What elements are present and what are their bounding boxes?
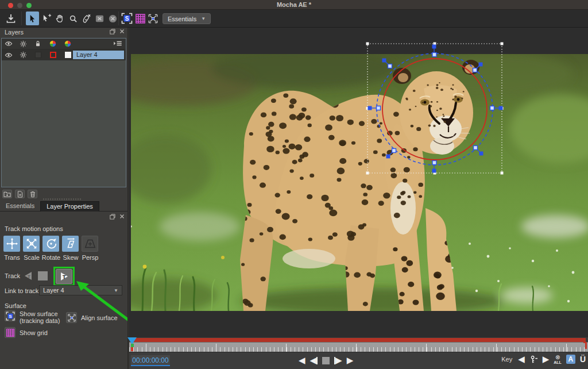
process-column-gear-icon[interactable] <box>16 40 30 48</box>
track-row-label: Track <box>5 272 20 279</box>
surface-icon <box>5 310 16 321</box>
lock-column-lock-icon[interactable] <box>30 40 45 47</box>
delete-layer-button[interactable] <box>28 190 37 198</box>
duplicate-layer-button[interactable] <box>15 190 25 198</box>
track-motion-options-title: Track motion options <box>5 225 63 232</box>
rotate-label: Rotate <box>41 254 61 261</box>
previous-frame-button[interactable]: ◀ <box>310 355 318 366</box>
timeline-end-marker <box>583 342 587 349</box>
toolbar-separator <box>21 11 22 25</box>
chevron-down-icon: ▼ <box>114 288 118 293</box>
trans-label: Trans <box>2 254 22 261</box>
show-grid-label: Show grid <box>20 327 48 338</box>
fill-color-wheel-icon[interactable] <box>60 40 75 47</box>
align-surface-button[interactable]: Align surface <box>66 312 118 323</box>
show-surface-toggle-button[interactable] <box>120 11 133 25</box>
close-panel-icon[interactable] <box>119 214 125 219</box>
scale-label: Scale <box>22 254 41 261</box>
main-toolbar: Essentials ▼ <box>0 10 588 28</box>
titlebar: Mocha AE * <box>0 0 588 10</box>
track-scale-toggle[interactable] <box>23 236 40 252</box>
timeline-ruler[interactable] <box>129 342 588 352</box>
align-surface-label: Align surface <box>81 312 118 323</box>
properties-panel-header <box>0 213 129 222</box>
layer-process-gear-icon[interactable] <box>16 51 30 59</box>
select-tool-button[interactable] <box>26 11 39 25</box>
left-panel: Layers Layer 4 <box>0 28 129 369</box>
timeline-cache-bar <box>132 338 586 342</box>
track-perspective-toggle[interactable] <box>82 236 98 252</box>
autokey-toggle[interactable]: A <box>566 355 575 364</box>
all-label: ALL <box>554 360 562 364</box>
circle-spline-tool-button[interactable] <box>106 11 119 25</box>
track-translation-toggle[interactable] <box>3 236 20 252</box>
chevron-down-icon: ▼ <box>201 16 206 21</box>
stop-tracking-button[interactable] <box>38 271 48 280</box>
layer-row[interactable]: Layer 4 <box>2 49 126 60</box>
tracking-overlay[interactable] <box>129 28 588 337</box>
toolbar-separator <box>118 11 119 25</box>
layer-lock-checkbox[interactable] <box>30 52 45 58</box>
export-button[interactable] <box>4 11 17 25</box>
uberkey-toggle[interactable]: Ü <box>580 355 586 364</box>
layers-header-row <box>2 39 126 49</box>
layer-name[interactable]: Layer 4 <box>73 51 124 59</box>
pan-tool-button[interactable] <box>53 11 67 25</box>
panel-drag-grip[interactable] <box>43 198 82 200</box>
layers-list-tools <box>2 190 37 198</box>
grid-icon <box>5 327 16 338</box>
layers-list: Layer 4 <box>1 38 126 187</box>
rect-spline-tool-button[interactable] <box>93 11 106 25</box>
delete-all-keyframes-button[interactable]: ⊗ ALL <box>554 355 562 364</box>
tab-layer-properties[interactable]: Layer Properties <box>40 201 99 212</box>
track-backwards-button[interactable] <box>22 270 34 282</box>
skew-label: Skew <box>61 254 80 261</box>
next-frame-button[interactable]: ▶ <box>334 355 342 366</box>
timecode-field[interactable]: 00:00:00:00 <box>131 355 170 366</box>
close-panel-icon[interactable] <box>119 29 125 34</box>
tracking-spline[interactable] <box>382 59 487 160</box>
delete-keyframe-icon[interactable] <box>529 355 538 364</box>
layer-spline-color-chip[interactable] <box>45 52 60 58</box>
keyframe-controls: Key ◀ ▶ ⊗ ALL A Ü <box>501 354 586 364</box>
spline-tool-button[interactable] <box>80 11 93 25</box>
persp-label: Persp <box>80 254 100 261</box>
workspace-preset-value: Essentials <box>168 16 196 22</box>
spline-color-wheel-icon[interactable] <box>45 40 60 47</box>
layers-panel-header: Layers <box>0 28 129 37</box>
show-grid-toggle-button[interactable] <box>134 11 147 25</box>
align-surface-icon <box>66 312 77 323</box>
float-panel-icon[interactable] <box>110 29 115 34</box>
go-to-start-button[interactable]: ◀ <box>299 355 305 366</box>
previous-keyframe-button[interactable]: ◀ <box>518 354 525 364</box>
viewer-canvas[interactable] <box>129 28 588 337</box>
track-rotation-toggle[interactable] <box>42 236 59 252</box>
show-surface-button[interactable]: Show surface (tracking data) <box>5 310 60 324</box>
layer-visibility-eye-icon[interactable] <box>2 51 16 59</box>
add-point-tool-button[interactable] <box>40 11 53 25</box>
zoom-tool-button[interactable] <box>67 11 80 25</box>
key-label: Key <box>501 356 512 363</box>
play-button[interactable]: ▶ <box>347 355 354 366</box>
playback-controls: ◀ ◀ ▶ ▶ <box>299 355 353 366</box>
new-layer-group-button[interactable] <box>2 190 12 198</box>
link-to-track-dropdown[interactable]: Layer 4 ▼ <box>39 285 122 295</box>
show-surface-label-line1: Show surface <box>20 310 60 317</box>
track-forwards-button[interactable] <box>56 269 72 284</box>
app-window: Mocha AE * Essentials ▼ Layers <box>0 0 588 369</box>
spline-control-points[interactable] <box>368 45 503 173</box>
stop-button[interactable] <box>322 357 330 364</box>
workspace-preset-dropdown[interactable]: Essentials ▼ <box>163 13 211 24</box>
track-skew-toggle[interactable] <box>62 236 79 252</box>
show-grid-button[interactable]: Show grid <box>5 327 48 338</box>
align-surface-toolbar-button[interactable] <box>146 11 160 25</box>
timeline[interactable] <box>129 337 588 352</box>
visibility-column-eye-icon[interactable] <box>2 40 16 48</box>
float-panel-icon[interactable] <box>110 214 115 220</box>
next-keyframe-button[interactable]: ▶ <box>543 354 550 364</box>
window-title: Mocha AE * <box>0 1 588 8</box>
layers-menu-icon[interactable] <box>113 41 122 46</box>
tab-essentials[interactable]: Essentials <box>0 201 40 212</box>
transport-bar: 00:00:00:00 ◀ ◀ ▶ ▶ Key ◀ ▶ ⊗ ALL A Ü <box>129 352 588 369</box>
keyframe-marker <box>131 347 133 351</box>
